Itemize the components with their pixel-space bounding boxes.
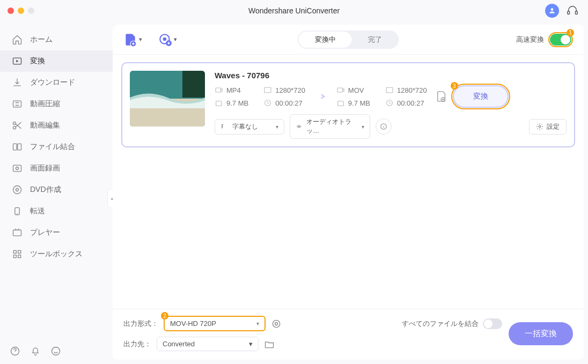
sidebar-item-compress[interactable]: 動画圧縮 [0,93,113,115]
bell-icon[interactable] [30,346,41,356]
output-dest-label: 出力先： [123,339,151,349]
svg-rect-4 [13,101,21,107]
arrow-right-icon [314,90,328,103]
svg-point-11 [13,186,21,194]
sidebar-item-player[interactable]: プレヤー [0,222,113,243]
minimize-window[interactable] [18,8,24,14]
sidebar-item-label: 転送 [30,206,45,216]
svg-point-0 [551,8,554,11]
video-thumbnail[interactable] [130,71,205,127]
maximize-window[interactable] [28,8,34,14]
sidebar-item-label: DVD作成 [30,185,61,195]
subtitle-icon [220,123,228,130]
info-icon [380,123,387,130]
svg-rect-15 [13,250,16,253]
sidebar-item-convert[interactable]: 変換 [0,50,113,72]
download-icon [12,77,23,88]
resolution-icon [263,86,272,94]
window-controls [8,8,34,14]
sidebar-item-transfer[interactable]: 転送 [0,200,113,222]
sidebar-item-label: ツールボックス [30,249,83,259]
size-icon [336,99,345,107]
svg-rect-1 [568,11,570,14]
sidebar-item-label: 動画圧縮 [30,99,60,109]
merge-label: すべてのファイルを結合 [402,319,479,329]
convert-button[interactable]: 変換 [453,85,509,108]
output-dest-select[interactable]: Converted ▾ [157,337,259,351]
sidebar-item-home[interactable]: ホーム [0,29,113,50]
target-info: MOV 1280*720 9.7 MB 00:00:27 [336,86,427,107]
file-settings-icon[interactable] [436,91,447,102]
grid-icon [12,249,23,259]
tab-done[interactable]: 完了 [352,32,398,48]
svg-point-38 [275,322,278,325]
sidebar-item-toolbox[interactable]: ツールボックス [0,243,113,265]
tab-converting[interactable]: 変換中 [299,32,352,48]
output-format-select[interactable]: MOV-HD 720P ▾ [164,316,266,331]
fast-convert-toggle-group: 高速変換 1 [516,32,573,47]
svg-rect-8 [18,144,21,150]
svg-point-36 [539,125,541,128]
app-title: Wondershare UniConverter [0,6,588,15]
audio-track-select[interactable]: オーディオトラッ… ▾ [290,114,370,139]
footer: 出力形式： 2 MOV-HD 720P ▾ すべてのファイルを結合 [113,309,584,360]
svg-point-37 [273,320,280,327]
toolbar: ▾ ▾ 変換中 完了 高速変換 1 [113,25,584,55]
user-avatar[interactable] [545,4,559,18]
sidebar-item-label: ホーム [30,35,53,44]
format-settings-icon[interactable] [271,318,282,329]
transfer-icon [12,206,23,217]
sidebar-item-label: プレヤー [30,228,60,237]
help-icon[interactable] [10,346,20,356]
close-window[interactable] [8,8,14,14]
sidebar-item-record[interactable]: 画面録画 [0,158,113,179]
sidebar-item-merge[interactable]: ファイル結合 [0,136,113,158]
svg-rect-32 [386,87,393,92]
svg-rect-16 [18,250,21,253]
support-icon[interactable] [567,5,578,17]
status-tabs: 変換中 完了 [298,31,399,49]
file-card: Waves - 70796 MP4 1280*720 9.7 MB 00:00:… [121,62,575,147]
sidebar-item-label: 画面録画 [30,164,60,173]
player-icon [12,227,23,238]
merge-toggle[interactable] [483,318,502,329]
source-info: MP4 1280*720 9.7 MB 00:00:27 [215,86,305,107]
settings-button[interactable]: 設定 [529,119,567,135]
sidebar-item-label: 動画編集 [30,121,60,130]
open-folder-icon[interactable] [264,339,275,350]
sidebar-item-dvd[interactable]: DVD作成 [0,179,113,200]
scissors-icon [12,120,23,131]
chevron-down-icon: ▾ [174,36,177,43]
svg-rect-2 [576,11,578,14]
sidebar: ホーム 変換 ダウンロード 動画圧縮 動画編集 ファイル結合 画面録画 DVD [0,21,113,364]
add-disc-button[interactable]: ▾ [158,33,177,47]
merge-icon [12,142,23,152]
feedback-icon[interactable] [50,346,61,356]
sidebar-item-edit[interactable]: 動画編集 [0,115,113,136]
svg-point-20 [52,347,60,355]
svg-point-6 [13,127,16,129]
subtitle-select[interactable]: 字幕なし ▾ [215,119,284,135]
chevron-down-icon: ▾ [139,36,142,43]
svg-rect-29 [264,87,271,92]
badge-2: 2 [161,312,168,320]
audio-icon [296,123,302,130]
clock-icon [263,99,272,107]
svg-rect-31 [337,88,342,92]
clock-icon [385,99,394,107]
batch-convert-button[interactable]: 一括変換 [509,322,573,345]
sidebar-item-label: ファイル結合 [30,142,75,152]
compress-icon [12,99,23,109]
video-icon [336,86,345,94]
svg-point-5 [13,122,16,124]
add-disc-icon [158,33,172,47]
svg-point-23 [164,38,166,40]
gear-icon [536,123,543,130]
record-icon [12,163,23,174]
video-icon [215,86,223,94]
badge-1: 1 [567,29,574,36]
sidebar-item-download[interactable]: ダウンロード [0,72,113,93]
info-button[interactable] [376,118,392,135]
home-icon [12,34,23,45]
add-file-button[interactable]: ▾ [123,33,142,47]
